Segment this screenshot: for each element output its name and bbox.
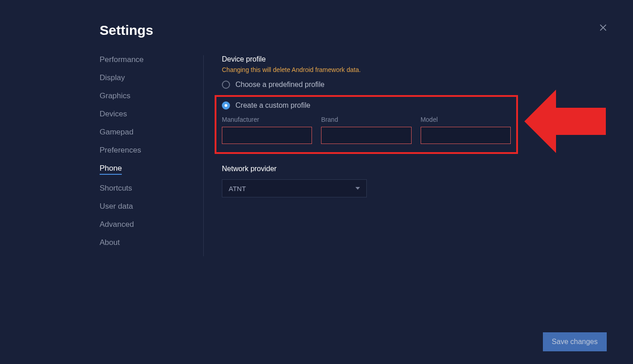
sidebar-item-user-data[interactable]: User data — [100, 202, 133, 211]
annotation-highlight-box: Create a custom profile Manufacturer Bra… — [215, 95, 518, 154]
close-button[interactable] — [598, 23, 608, 34]
device-profile-warning: Changing this will delete Android framew… — [222, 66, 615, 73]
save-changes-button[interactable]: Save changes — [543, 332, 607, 351]
network-provider-select[interactable]: ATNT — [222, 179, 367, 197]
network-provider-heading: Network provider — [222, 165, 615, 173]
network-provider-value: ATNT — [229, 185, 246, 192]
sidebar-item-devices[interactable]: Devices — [100, 110, 127, 119]
sidebar-item-shortcuts[interactable]: Shortcuts — [100, 184, 132, 193]
sidebar-item-phone[interactable]: Phone — [100, 164, 122, 175]
sidebar-item-advanced[interactable]: Advanced — [100, 220, 134, 229]
page-title: Settings — [100, 23, 615, 38]
chevron-down-icon — [355, 187, 360, 190]
sidebar-item-performance[interactable]: Performance — [100, 55, 144, 64]
manufacturer-label: Manufacturer — [222, 116, 312, 123]
device-profile-heading: Device profile — [222, 55, 615, 63]
sidebar: Performance Display Graphics Devices Gam… — [100, 55, 204, 256]
radio-custom-profile[interactable]: Create a custom profile — [222, 101, 511, 110]
radio-label: Create a custom profile — [235, 101, 310, 110]
sidebar-item-gamepad[interactable]: Gamepad — [100, 128, 134, 137]
annotation-arrow-icon — [524, 85, 606, 158]
model-label: Model — [421, 116, 511, 123]
brand-label: Brand — [321, 116, 411, 123]
close-icon — [598, 23, 608, 33]
sidebar-item-preferences[interactable]: Preferences — [100, 146, 141, 155]
svg-marker-2 — [524, 90, 606, 153]
radio-icon — [222, 101, 230, 110]
radio-label: Choose a predefined profile — [235, 81, 325, 89]
manufacturer-input[interactable] — [222, 127, 312, 144]
sidebar-item-graphics[interactable]: Graphics — [100, 91, 130, 101]
model-input[interactable] — [421, 127, 511, 144]
radio-icon — [222, 81, 230, 89]
brand-input[interactable] — [321, 127, 411, 144]
sidebar-item-display[interactable]: Display — [100, 73, 125, 82]
sidebar-item-about[interactable]: About — [100, 238, 120, 247]
